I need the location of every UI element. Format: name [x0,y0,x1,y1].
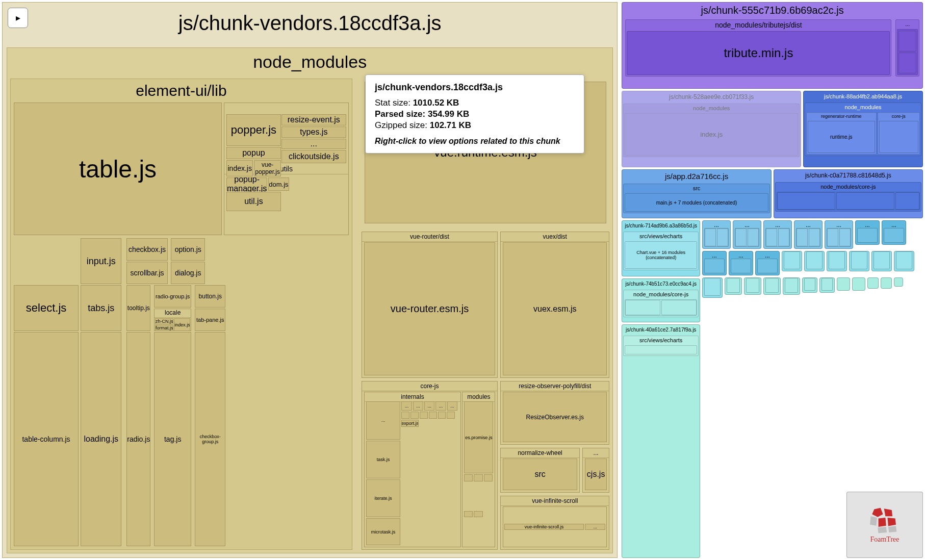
file-export-js[interactable]: export.js [401,420,419,427]
file-vuex-esm-js[interactable]: vuex.esm.js [503,242,607,375]
small-chunk[interactable]: ... [882,220,906,245]
dir-vuex[interactable]: vuex/dist vuex.esm.js [500,232,609,378]
int-cell[interactable] [401,412,409,419]
chunk-app[interactable]: js/app.d2a716cc.js src main.js + 7 modul… [622,169,771,218]
int-cell[interactable]: ... [435,401,446,411]
file-vue-popper-js[interactable]: vue-popper.js [254,160,280,176]
small-chunk[interactable] [802,277,817,293]
small-chunk[interactable] [827,251,847,271]
chunk-555c71b9[interactable]: js/chunk-555c71b9.6b69ac2c.js node_modul… [622,2,923,89]
small-chunk[interactable] [894,277,903,287]
infscroll-dots[interactable]: ... [585,524,605,530]
small-chunk[interactable]: ... [733,220,761,249]
file-popup-manager-js[interactable]: popup-manager.js [226,177,267,191]
file-infinite-scroll-js[interactable]: vue-infinite-scroll.js [504,524,584,530]
small-chunk[interactable]: ... [825,220,853,249]
chunk-528aee9e[interactable]: js/chunk-528aee9e.cb071f33.js node_modul… [622,91,801,167]
chunk-528-nm[interactable]: node_modules index.js [623,104,800,157]
small-chunk[interactable] [849,251,869,271]
file-option-js[interactable]: option.js [171,238,205,261]
file-input-js[interactable]: input.js [81,238,121,284]
mod-cell[interactable] [474,511,482,517]
file-checkbox-group-js[interactable]: checkbox-group.js [195,332,225,546]
small-chunk[interactable] [763,277,781,295]
file-loading-js[interactable]: loading.js [81,332,121,546]
file-popper-js[interactable]: popper.js [226,114,281,146]
small-chunk[interactable] [894,251,914,271]
file-radio-group-js[interactable]: radio-group.js [154,285,192,308]
file-microtask-js[interactable]: microtask.js [366,518,401,545]
file-select-js[interactable]: select.js [14,285,79,331]
sidebar-toggle[interactable]: ▸ [8,8,28,28]
file-checkbox-js[interactable]: checkbox.js [126,238,167,261]
file-button-js[interactable]: button.js [195,285,225,308]
small-chunk[interactable] [881,277,892,289]
file-zh-cn-js[interactable]: zh-CN.js [155,318,174,324]
file-dialog-js[interactable]: dialog.js [171,262,205,284]
file-cjs-js[interactable]: cjs.js [585,459,607,490]
int-cell[interactable] [410,412,419,419]
small-chunk[interactable] [725,277,742,295]
file-scrollbar-js[interactable]: scrollbar.js [126,262,167,284]
file-locale-index-js[interactable]: index.js [174,318,190,331]
chunk-74b51c73[interactable]: js/chunk-74b51c73.e0cc9ac4.js node_modul… [622,278,700,322]
mod-cell[interactable] [464,474,473,481]
dir-vue-router[interactable]: vue-router/dist vue-router.esm.js [362,232,498,378]
small-chunk[interactable]: ... [702,220,731,249]
small-chunk[interactable]: ... [729,251,753,275]
int-cell[interactable]: ... [401,401,412,411]
small-chunk[interactable]: ... [702,251,727,275]
dir-corejs-internals[interactable]: internals ... task.js iterate.js microta… [364,392,461,547]
int-cell[interactable]: ... [413,401,423,411]
dir-popup[interactable]: popup [226,147,281,159]
small-chunk[interactable] [744,277,761,295]
file-tooltip-js[interactable]: tooltip.js [126,285,150,331]
file-util-js[interactable]: util.js [226,192,281,211]
int-cell[interactable]: ... [424,401,434,411]
file-vue-router-esm-js[interactable]: vue-router.esm.js [364,242,496,375]
c714-src[interactable]: src/views/echarts Chart.vue + 16 modules… [623,232,699,270]
int-cell[interactable]: ... [447,401,457,411]
small-chunk[interactable] [837,277,850,291]
file-resize-observer-js[interactable]: ResizeObserver.es.js [503,392,607,442]
file-tribute-min-js[interactable]: tribute.min.js [627,31,890,75]
small-chunk[interactable]: ... [794,220,823,249]
file-es-promise-js[interactable]: es.promise.js [464,401,493,473]
file-table-column-js[interactable]: table-column.js [14,332,79,546]
file-tab-pane-js[interactable]: tab-pane.js [195,309,225,331]
small-chunk[interactable] [852,277,865,291]
normwheel-src[interactable]: src [503,459,577,490]
chunk-555-misc[interactable]: ... [895,19,919,77]
c40a-src[interactable]: src/views/echarts [623,336,699,356]
file-index-js[interactable]: index.js [226,160,253,176]
chunk-714ad9b6[interactable]: js/chunk-714ad9b6.a3a86b5d.js src/views/… [622,220,700,276]
int-cell[interactable] [429,412,437,419]
foamtree-logo[interactable]: FoamTree [846,492,923,558]
dir-vue-infinite-scroll[interactable]: vue-infinite-scroll vue-infinite-scroll.… [500,496,609,550]
dir-locale[interactable]: locale zh-CN.js format.js index.js [154,309,192,331]
small-chunk[interactable] [871,251,892,271]
file-clickoutside-js[interactable]: clickoutside.js [281,150,346,163]
dir-normalize-wheel[interactable]: normalize-wheel src [500,448,580,492]
small-chunk[interactable] [819,277,835,293]
mod-cell[interactable] [474,474,482,481]
small-chunk[interactable] [867,277,879,289]
chunk-528-index[interactable]: index.js [625,113,798,156]
mod-cell[interactable] [484,474,493,481]
dir-corejs-modules[interactable]: modules es.promise.js [462,392,495,547]
small-chunk[interactable]: ... [763,220,792,249]
file-tag-js[interactable]: tag.js [154,332,192,546]
file-radio-js[interactable]: radio.js [126,332,150,546]
file-table-js[interactable]: table.js [14,103,222,235]
dir-utils[interactable]: utils popper.js popup index.js vue-poppe… [224,103,349,235]
file-iterate-js[interactable]: iterate.js [366,479,401,517]
dir-resize-observer[interactable]: resize-observer-polyfill/dist ResizeObse… [500,381,609,445]
mod-cell[interactable] [464,511,473,517]
chunk-88a-nm[interactable]: node_modules regenerator-runtime runtime… [805,103,921,156]
file-task-js[interactable]: task.js [366,441,401,478]
int-cell[interactable] [438,412,446,419]
small-chunk[interactable] [804,251,825,271]
dir-core-js[interactable]: core-js internals ... task.js iterate.js [362,381,498,550]
int-cell[interactable] [420,412,428,419]
c714-chart[interactable]: Chart.vue + 16 modules (concatenated) [625,241,697,269]
